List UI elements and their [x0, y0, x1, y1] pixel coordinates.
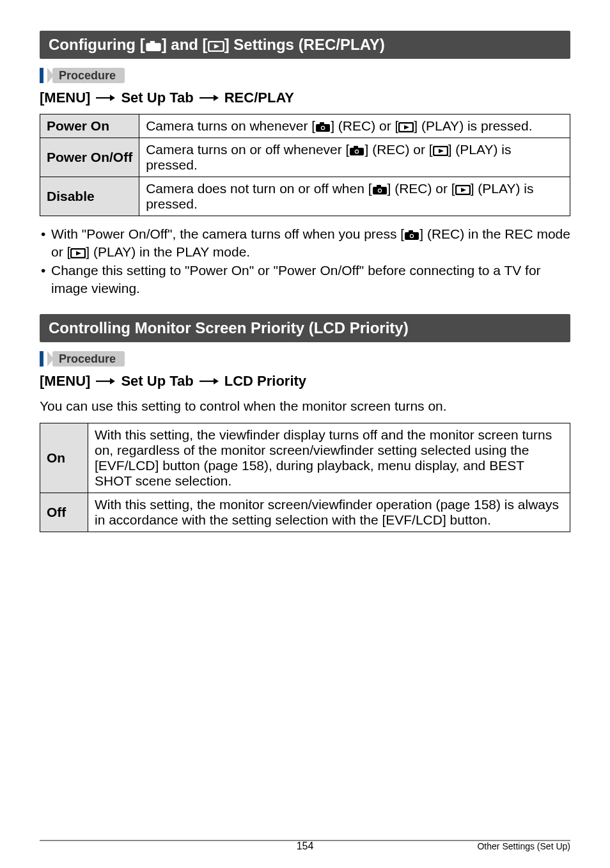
camera-icon: [145, 41, 162, 52]
recplay-table: Power On Camera turns on whenever [] (RE…: [40, 114, 570, 216]
procedure-accent-bar: [40, 68, 43, 83]
play-icon: [70, 248, 86, 258]
breadcrumb-tab: Set Up Tab: [121, 373, 193, 390]
list-item: Change this setting to "Power On" or "Po…: [40, 262, 570, 297]
row-desc: Camera turns on whenever [] (REC) or [] …: [139, 114, 570, 138]
section-title-recplay: Configuring [] and [] Settings (REC/PLAY…: [40, 31, 570, 59]
table-row: Off With this setting, the monitor scree…: [40, 493, 570, 532]
row-label: On: [40, 423, 88, 493]
row-label: Power On/Off: [40, 138, 139, 177]
table-row: On With this setting, the viewfinder dis…: [40, 423, 570, 493]
arrow-right-icon: [95, 377, 116, 385]
breadcrumb-menu: [MENU]: [40, 373, 90, 390]
page-number: 154: [297, 840, 314, 852]
section-title-text: Configuring [] and [] Settings (REC/PLAY…: [49, 36, 385, 53]
arrow-right-icon: [199, 377, 219, 385]
row-desc: Camera turns on or off whenever [] (REC)…: [139, 138, 570, 177]
breadcrumb: [MENU] Set Up Tab REC/PLAY: [40, 90, 570, 106]
page-root: Configuring [] and [] Settings (REC/PLAY…: [0, 0, 610, 868]
procedure-heading: Procedure: [40, 68, 570, 83]
page-footer: 154 Other Settings (Set Up): [40, 840, 570, 846]
procedure-accent-bar: [40, 351, 43, 367]
list-item: With "Power On/Off", the camera turns of…: [40, 225, 570, 260]
play-icon: [455, 185, 471, 195]
procedure-label: Procedure: [52, 351, 125, 367]
row-desc: With this setting, the viewfinder displa…: [88, 423, 570, 493]
play-icon: [398, 122, 414, 132]
breadcrumb-menu: [MENU]: [40, 90, 90, 106]
camera-icon: [315, 122, 331, 132]
table-row: Power On Camera turns on whenever [] (RE…: [40, 114, 570, 138]
recplay-notes: With "Power On/Off", the camera turns of…: [40, 225, 570, 297]
table-row: Disable Camera does not turn on or off w…: [40, 177, 570, 216]
row-desc: With this setting, the monitor screen/vi…: [88, 493, 570, 532]
breadcrumb-tab: Set Up Tab: [121, 90, 193, 106]
lcd-intro: You can use this setting to control when…: [40, 397, 570, 415]
procedure-heading: Procedure: [40, 351, 570, 367]
breadcrumb-item: REC/PLAY: [224, 90, 294, 106]
play-icon: [208, 41, 224, 52]
row-desc: Camera does not turn on or off when [] (…: [139, 177, 570, 216]
table-row: Power On/Off Camera turns on or off when…: [40, 138, 570, 177]
camera-icon: [349, 146, 364, 156]
arrow-right-icon: [95, 94, 116, 102]
footer-section-label: Other Settings (Set Up): [477, 841, 570, 851]
breadcrumb-item: LCD Priority: [224, 373, 306, 390]
arrow-right-icon: [199, 94, 219, 102]
row-label: Power On: [40, 114, 139, 138]
lcd-table: On With this setting, the viewfinder dis…: [40, 423, 570, 532]
camera-icon: [372, 185, 387, 195]
row-label: Disable: [40, 177, 139, 216]
breadcrumb: [MENU] Set Up Tab LCD Priority: [40, 373, 570, 390]
row-label: Off: [40, 493, 88, 532]
section-title-lcd: Controlling Monitor Screen Priority (LCD…: [40, 314, 570, 342]
camera-icon: [404, 230, 419, 241]
procedure-label: Procedure: [52, 68, 125, 83]
play-icon: [433, 146, 448, 156]
